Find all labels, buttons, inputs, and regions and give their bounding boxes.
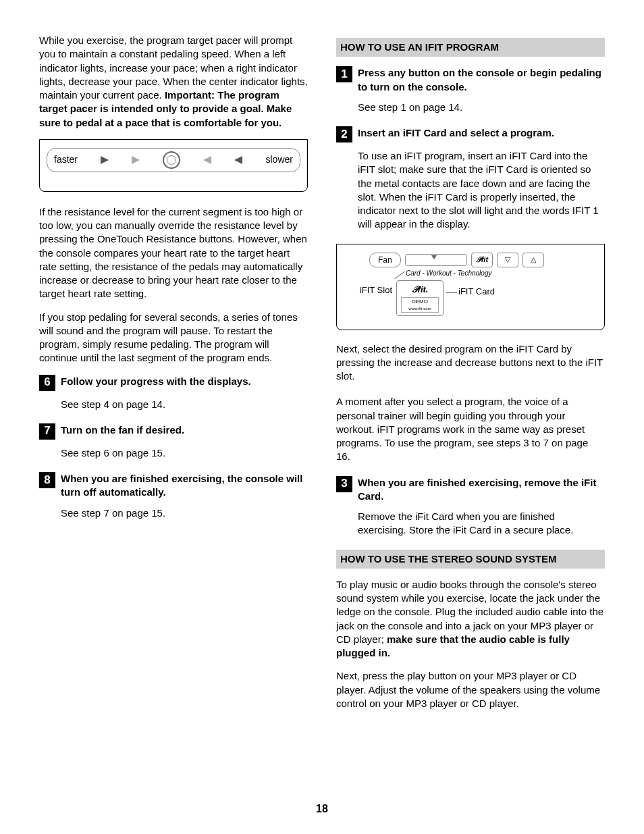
step-number: 2 <box>336 126 352 142</box>
step-2-body3: A moment after you select a program, the… <box>336 395 605 463</box>
chevron-down-icon: ▽ <box>505 255 510 265</box>
increase-button: △ <box>522 253 544 267</box>
step-number: 1 <box>336 66 352 82</box>
arrow-right-filled-icon <box>101 156 109 164</box>
step-6-body: See step 4 on page 14. <box>61 398 308 411</box>
step-number: 3 <box>336 476 352 492</box>
step-2: 2 Insert an iFIT Card and select a progr… <box>336 126 605 142</box>
step-number: 8 <box>39 472 55 488</box>
step-6: 6 Follow your progress with the displays… <box>39 375 308 391</box>
ifit-section-header: HOW TO USE AN IFIT PROGRAM <box>336 38 605 57</box>
step-title: When you are finished exercising, remove… <box>358 476 605 504</box>
left-column: While you exercise, the program target p… <box>39 34 308 720</box>
step-2-body1: To use an iFIT program, insert an iFIT C… <box>358 149 605 232</box>
decrease-button: ▽ <box>497 253 518 267</box>
center-indicator-icon <box>163 151 180 169</box>
step-number: 6 <box>39 375 55 391</box>
arrow-left-icon <box>203 156 211 164</box>
two-column-layout: While you exercise, the program target p… <box>39 34 605 720</box>
stereo-section-header: HOW TO USE THE STEREO SOUND SYSTEM <box>336 550 605 569</box>
step-8-body: See step 7 on page 15. <box>61 506 308 520</box>
manual-page: While you exercise, the program target p… <box>0 0 644 834</box>
ifit-logo-pill: 𝒫fit <box>471 253 493 267</box>
ifit-card-graphic: 𝒫fit. DEMO www.ifit.com <box>396 280 444 315</box>
callout-line <box>394 271 404 279</box>
step-8: 8 When you are finished exercising, the … <box>39 472 308 500</box>
callout-line <box>446 292 457 293</box>
stereo-paragraph-2: Next, press the play button on your MP3 … <box>336 669 605 710</box>
arrow-right-icon <box>132 156 140 164</box>
ifit-slot-graphic <box>405 254 467 266</box>
step-1-body: See step 1 on page 14. <box>358 101 605 114</box>
page-number: 18 <box>0 802 644 816</box>
ifit-row2: iFIT Slot 𝒫fit. DEMO www.ifit.com <box>345 280 596 315</box>
step-3: 3 When you are finished exercising, remo… <box>336 476 605 504</box>
ifit-diagram: Fan 𝒫fit ▽ △ Card - Workout - Technology <box>336 244 605 330</box>
pacer-diagram: faster slower <box>39 139 308 192</box>
step-title: Press any button on the console or begin… <box>358 66 605 94</box>
step-3-body: Remove the iFit Card when you are finish… <box>358 510 605 538</box>
stereo-paragraph-1: To play music or audio books through the… <box>336 578 605 660</box>
insert-arrow-icon <box>431 255 437 259</box>
resistance-paragraph: If the resistance level for the current … <box>39 205 308 301</box>
step-title: Follow your progress with the displays. <box>61 375 251 388</box>
arrow-left-filled-icon <box>234 156 242 164</box>
pacer-indicator-bar: faster slower <box>47 148 300 172</box>
step-title: When you are finished exercising, the co… <box>61 472 308 500</box>
card-demo-label: DEMO www.ifit.com <box>401 297 439 313</box>
ifit-tagline: Card - Workout - Technology <box>406 269 596 278</box>
faster-label: faster <box>54 153 78 166</box>
card-logo: 𝒫fit. <box>401 284 439 296</box>
fan-button: Fan <box>369 253 401 267</box>
step-7-body: See step 6 on page 15. <box>61 446 308 460</box>
pacer-paragraph: While you exercise, the program target p… <box>39 34 308 130</box>
step-2-body2: Next, select the desired program on the … <box>336 342 605 384</box>
ifit-slot-label: iFIT Slot <box>345 280 392 296</box>
step-number: 7 <box>39 423 55 440</box>
ifit-card-label: iFIT Card <box>458 286 495 298</box>
ifit-logo-text: 𝒫fit <box>476 255 488 265</box>
step-1: 1 Press any button on the console or beg… <box>336 66 605 94</box>
pause-paragraph: If you stop pedaling for several seconds… <box>39 311 308 365</box>
right-column: HOW TO USE AN IFIT PROGRAM 1 Press any b… <box>336 34 605 720</box>
chevron-up-icon: △ <box>531 255 536 265</box>
step-title: Insert an iFIT Card and select a program… <box>358 126 554 140</box>
step-7: 7 Turn on the fan if desired. <box>39 423 308 440</box>
ifit-top-row: Fan 𝒫fit ▽ △ <box>369 253 596 267</box>
slower-label: slower <box>265 153 292 166</box>
step-title: Turn on the fan if desired. <box>61 423 184 437</box>
